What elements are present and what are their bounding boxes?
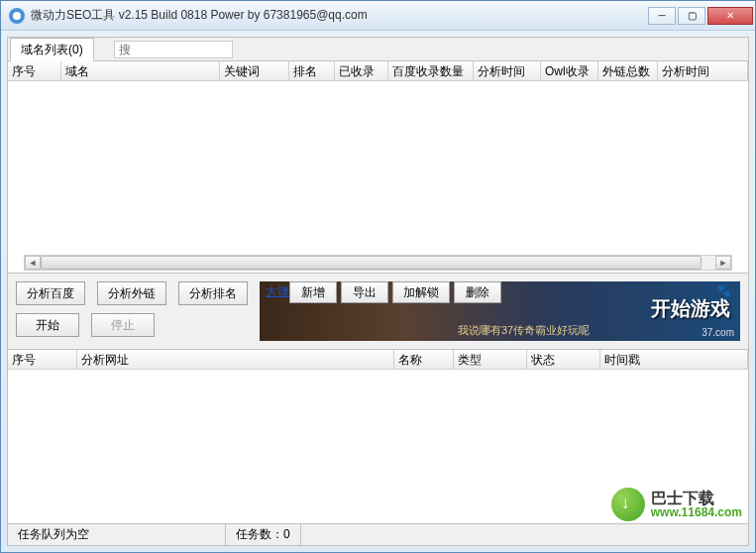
watermark: 巴士下载 www.11684.com xyxy=(611,488,742,521)
window-title: 微动力SEO工具 v2.15 Build 0818 Power by 67381… xyxy=(31,7,648,24)
search-input[interactable] xyxy=(114,41,233,58)
domain-table-header: 序号 域名 关键词 排名 已收录 百度收录数量 分析时间 Owl收录 外链总数 … xyxy=(8,61,748,81)
tab-domain-list[interactable]: 域名列表(0) xyxy=(10,38,94,61)
maximize-button[interactable]: ▢ xyxy=(678,7,705,25)
client-area: 域名列表(0) 序号 域名 关键词 排名 已收录 百度收录数量 分析时间 Owl… xyxy=(7,37,749,546)
banner-toolbar: 新增 导出 加解锁 删除 xyxy=(289,281,501,303)
stop-button[interactable]: 停止 xyxy=(91,313,155,337)
rcol-name[interactable]: 名称 xyxy=(394,350,454,369)
domain-table: 序号 域名 关键词 排名 已收录 百度收录数量 分析时间 Owl收录 外链总数 … xyxy=(8,61,748,273)
col-baidu-count[interactable]: 百度收录数量 xyxy=(388,61,474,80)
window-controls: ─ ▢ ✕ xyxy=(648,7,753,25)
download-icon xyxy=(611,488,645,521)
export-button[interactable]: 导出 xyxy=(341,281,388,303)
tabbar: 域名列表(0) xyxy=(8,38,748,61)
analyze-baidu-button[interactable]: 分析百度 xyxy=(16,281,85,305)
watermark-cn: 巴士下载 xyxy=(651,490,742,507)
col-keyword[interactable]: 关键词 xyxy=(220,61,289,80)
col-analyze-time2[interactable]: 分析时间 xyxy=(658,61,748,80)
banner-sub-text: 我说哪有37传奇霸业好玩呢 xyxy=(458,323,590,338)
col-analyze-time[interactable]: 分析时间 xyxy=(474,61,541,80)
add-button[interactable]: 新增 xyxy=(289,281,337,303)
col-owl[interactable]: Owl收录 xyxy=(541,61,598,80)
result-table-header: 序号 分析网址 名称 类型 状态 时间戳 xyxy=(8,350,748,370)
analyze-links-button[interactable]: 分析外链 xyxy=(97,281,166,305)
scroll-track[interactable] xyxy=(41,256,715,270)
status-queue: 任务队列为空 xyxy=(8,524,226,545)
rcol-timestamp[interactable]: 时间戳 xyxy=(600,350,748,369)
app-icon xyxy=(9,8,25,24)
col-rank[interactable]: 排名 xyxy=(289,61,335,80)
delete-button[interactable]: 删除 xyxy=(454,281,501,303)
watermark-text: 巴士下载 www.11684.com xyxy=(651,490,742,520)
titlebar: 微动力SEO工具 v2.15 Build 0818 Power by 67381… xyxy=(1,1,755,31)
banner-corner-text: 37.com xyxy=(702,327,734,338)
col-indexed[interactable]: 已收录 xyxy=(335,61,388,80)
minimize-button[interactable]: ─ xyxy=(648,7,676,25)
rcol-type[interactable]: 类型 xyxy=(454,350,527,369)
domain-list-pane: 域名列表(0) 序号 域名 关键词 排名 已收录 百度收录数量 分析时间 Owl… xyxy=(8,38,748,274)
analyze-rank-button[interactable]: 分析排名 xyxy=(178,281,248,305)
col-domain[interactable]: 域名 xyxy=(61,61,220,80)
statusbar: 任务队列为空 任务数：0 xyxy=(8,523,748,545)
scroll-right-icon[interactable]: ► xyxy=(715,256,731,270)
app-window: 微动力SEO工具 v2.15 Build 0818 Power by 67381… xyxy=(0,0,756,553)
watermark-url: www.11684.com xyxy=(651,506,742,519)
scroll-left-icon[interactable]: ◄ xyxy=(25,256,41,270)
col-backlinks[interactable]: 外链总数 xyxy=(598,61,658,80)
scroll-thumb[interactable] xyxy=(41,256,702,270)
rcol-url[interactable]: 分析网址 xyxy=(77,350,394,369)
rcol-status[interactable]: 状态 xyxy=(527,350,600,369)
col-index[interactable]: 序号 xyxy=(8,61,61,80)
action-buttons: 分析百度 分析外链 分析排名 开始 停止 xyxy=(16,281,248,341)
ad-banner[interactable]: 大律师 新增 导出 加解锁 删除 🐾 开始游戏 我说哪有37传奇霸业好玩呢 37… xyxy=(260,281,740,341)
control-pane: 分析百度 分析外链 分析排名 开始 停止 大律师 新增 导出 加解锁 删除 🐾 xyxy=(8,274,748,350)
hscrollbar[interactable]: ◄ ► xyxy=(24,255,732,271)
banner-main-text: 开始游戏 xyxy=(651,295,730,322)
status-count: 任务数：0 xyxy=(226,524,301,545)
lock-button[interactable]: 加解锁 xyxy=(392,281,450,303)
rcol-index[interactable]: 序号 xyxy=(8,350,77,369)
close-button[interactable]: ✕ xyxy=(707,7,753,25)
start-button[interactable]: 开始 xyxy=(16,313,79,337)
